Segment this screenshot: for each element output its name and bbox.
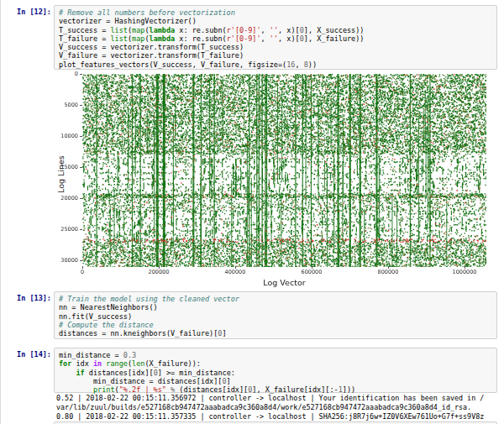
code-editor-14[interactable]: min_distance = 0.3for idx in range(len(X… [54,348,497,393]
scatter-plot-image [82,74,486,267]
input-prompt-12: In [12]: [1,8,51,16]
x-tick: 1000000 [446,269,483,275]
x-tick: 200000 [140,269,177,275]
x-tick: 600000 [293,269,330,275]
code-editor-12[interactable]: # Remove all numbers before vectorizatio… [54,5,497,70]
input-prompt-14: In [14]: [1,350,51,359]
notebook-page: In [12]: # Remove all numbers before vec… [0,0,504,424]
y-tick: 25000 [55,226,78,233]
y-tick: 20000 [55,195,78,202]
stream-output: 0.52 | 2018-02-22 00:15:11.356972 | cont… [56,394,499,422]
input-prompt-13: In [13]: [1,294,51,302]
y-tick: 10000 [55,133,78,139]
x-tick: 800000 [370,269,407,275]
y-tick: 15000 [55,164,78,170]
y-tick: 30000 [55,257,78,264]
code-editor-13[interactable]: # Train the model using the cleaned vect… [54,291,497,339]
x-axis-label: Log Vector [82,278,486,287]
y-tick: 0 [55,71,78,77]
plot-output: Log Lines 050001000015000200002500030000… [54,72,498,289]
x-tick: 0 [64,269,101,275]
x-tick: 400000 [217,269,254,275]
y-tick: 5000 [55,102,78,108]
